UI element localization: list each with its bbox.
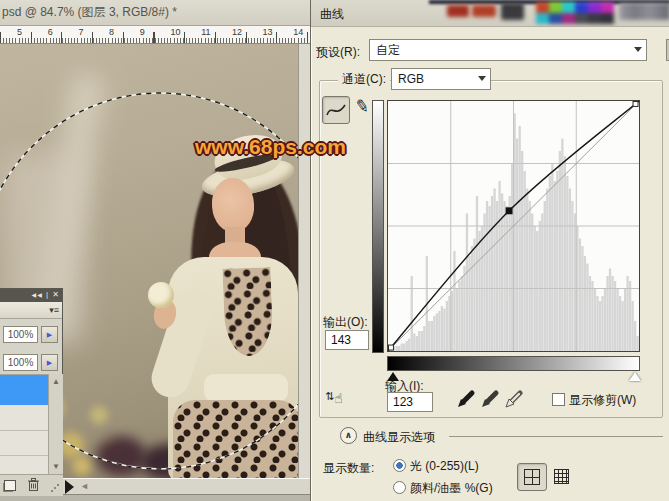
layer-row-divider — [0, 455, 48, 456]
scrubby-hand-icon[interactable]: ⇅☝ — [325, 390, 343, 406]
up-down-arrows-icon: ⇅ — [325, 390, 334, 402]
layer-row-divider — [0, 430, 48, 431]
output-field[interactable] — [325, 330, 369, 350]
channel-value: RGB — [398, 72, 424, 86]
swatch — [601, 2, 614, 13]
ruler-number: 8 — [109, 27, 114, 37]
chevron-down-icon — [478, 76, 486, 81]
panel-menubar: ▾≡ — [0, 302, 62, 319]
swatch — [562, 13, 575, 24]
swatch — [575, 13, 588, 24]
show-amount-label: 显示数量: — [323, 460, 374, 477]
curve-tool-icon — [323, 97, 349, 123]
dialog-titlebar[interactable]: 曲线 — [311, 0, 669, 27]
gray-point-eyedropper-icon[interactable] — [480, 389, 500, 409]
display-options-label: 曲线显示选项 — [363, 429, 435, 446]
output-label: 输出(O): — [323, 314, 368, 331]
scroll-up-icon[interactable]: ▲ — [52, 377, 60, 386]
show-clipping-checkbox[interactable] — [552, 393, 565, 406]
channel-dropdown[interactable]: RGB — [391, 68, 491, 90]
quarter-grid-icon — [524, 469, 540, 485]
curves-graph[interactable] — [387, 100, 640, 352]
scroll-left-arrow-icon[interactable]: ◄ — [80, 481, 89, 491]
channel-label: 通道(C): — [338, 71, 390, 88]
panel-header[interactable]: ◀◀ | ✕ — [0, 289, 62, 302]
fill-slider-button[interactable]: ▶ — [41, 354, 58, 371]
pointing-hand-icon: ☝ — [334, 390, 343, 406]
document-titlebar[interactable]: psd @ 84.7% (图层 3, RGB/8#) * — [0, 0, 310, 26]
blurred-gray-decoration — [619, 3, 669, 20]
swatch — [588, 2, 601, 13]
curves-dialog: 曲线 预设(R): 自定 通道(C): RGB ✎ — [310, 0, 669, 501]
preset-label: 预设(R): — [316, 44, 360, 61]
bokeh-dot — [72, 456, 92, 476]
dialog-title: 曲线 — [320, 6, 344, 23]
ruler-number: 9 — [140, 27, 145, 37]
swatch — [601, 13, 614, 24]
swatch — [536, 2, 549, 13]
radio-pigment[interactable] — [393, 481, 406, 494]
new-layer-icon[interactable] — [4, 480, 16, 491]
selected-layer-row[interactable] — [0, 375, 48, 405]
ruler-number: 11 — [201, 27, 210, 37]
white-point-slider[interactable] — [629, 372, 641, 381]
panel-scrollbar[interactable]: ▲ ▼ — [48, 374, 63, 474]
curve-tool-button[interactable] — [322, 96, 350, 124]
statusbar-menu-arrow-icon[interactable] — [65, 480, 74, 494]
panel-menu-icon[interactable]: ▾≡ — [49, 305, 59, 315]
radio-pigment-label: 颜料/油墨 %(G) — [410, 480, 493, 497]
input-gradient-bar — [387, 356, 640, 371]
panel-bottom-bar — [0, 474, 63, 496]
blurred-red-decoration — [447, 5, 469, 17]
dark-flower-blur — [96, 436, 146, 476]
fill-field[interactable] — [3, 354, 38, 371]
quarter-grid-button[interactable] — [517, 463, 547, 491]
input-field[interactable] — [387, 392, 433, 412]
ruler-number: 10 — [171, 27, 181, 37]
black-point-eyedropper-icon[interactable] — [456, 389, 476, 409]
blurred-color-swatches — [536, 2, 616, 24]
layers-list — [0, 374, 48, 474]
trash-icon[interactable] — [27, 478, 40, 492]
preset-dropdown[interactable]: 自定 — [369, 39, 647, 61]
opacity-field[interactable] — [3, 326, 38, 343]
swatch — [588, 13, 601, 24]
swatch — [562, 2, 575, 13]
ruler-number: 14 — [293, 27, 303, 37]
white-point-eyedropper-icon[interactable] — [504, 389, 524, 409]
preset-value: 自定 — [376, 43, 400, 57]
swatch — [575, 2, 588, 13]
bokeh-dot — [90, 406, 108, 424]
photoshop-screen: psd @ 84.7% (图层 3, RGB/8#) * 56789101112… — [0, 0, 669, 501]
ruler-number: 7 — [78, 27, 83, 37]
radio-light-label: 光 (0-255)(L) — [410, 458, 479, 475]
ruler-number: 6 — [48, 27, 53, 37]
output-gradient-bar — [372, 100, 384, 353]
swatch — [549, 2, 562, 13]
white-flower — [148, 282, 174, 308]
show-clipping-label: 显示修剪(W) — [569, 392, 636, 409]
watermark-text: www.68ps.com — [195, 135, 346, 159]
radio-light[interactable] — [393, 459, 406, 472]
fine-grid-icon — [554, 469, 569, 484]
woman-waist-tie — [204, 374, 288, 402]
chevron-down-icon — [634, 47, 642, 52]
vertical-scrollbar[interactable] — [298, 44, 310, 478]
woman-leopard-skirt — [173, 400, 298, 478]
blurred-dark-decoration — [501, 3, 524, 20]
scroll-down-icon[interactable]: ▼ — [52, 462, 60, 471]
horizontal-ruler: 567891011121314 — [0, 26, 310, 44]
layers-panel: ◀◀ | ✕ ▾≡ ▶ ▶ ▲ ▼ — [0, 288, 63, 495]
horizontal-scrollbar[interactable] — [63, 478, 310, 495]
document-title: psd @ 84.7% (图层 3, RGB/8#) * — [2, 5, 177, 19]
separator-line — [449, 436, 663, 437]
opacity-slider-button[interactable]: ▶ — [41, 326, 58, 343]
fine-grid-button[interactable] — [552, 467, 572, 487]
ruler-number: 12 — [232, 27, 242, 37]
panel-close-icon[interactable]: ✕ — [52, 290, 60, 299]
swatch — [549, 13, 562, 24]
ruler-number: 5 — [17, 27, 22, 37]
panel-resize-grip-icon[interactable] — [50, 483, 59, 492]
panel-collapse-icon[interactable]: ◀◀ — [32, 292, 43, 298]
collapse-options-button[interactable]: ∧ — [340, 427, 357, 444]
